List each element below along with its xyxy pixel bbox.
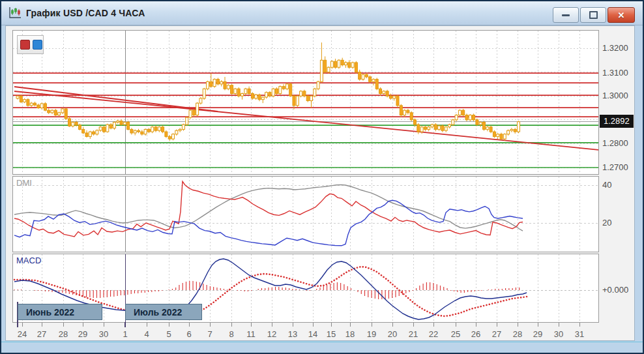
candle-body — [72, 122, 74, 126]
candle-body — [179, 129, 181, 130]
candle-body — [386, 91, 388, 96]
window-titlebar[interactable]: График USD /CAD 4 ЧАСА — [1, 1, 643, 25]
x-axis-tick — [22, 323, 23, 327]
candle-body — [165, 132, 168, 136]
x-axis-label-8: 8 — [229, 329, 233, 339]
candle-body — [400, 106, 402, 115]
candle-body — [23, 100, 26, 102]
candle-body — [44, 104, 46, 110]
candle-body — [244, 89, 247, 93]
candle-body — [476, 120, 478, 125]
maximize-icon — [589, 11, 598, 19]
x-axis-tick — [293, 323, 293, 327]
x-axis-tick — [433, 323, 434, 327]
candle-body — [465, 115, 468, 119]
candle-body — [483, 122, 486, 129]
candle-body — [93, 132, 95, 134]
minimize-button[interactable] — [553, 7, 579, 23]
x-axis-label-7: 7 — [207, 329, 212, 339]
x-axis-label-27: 27 — [37, 329, 46, 339]
red-marker-tool-button[interactable] — [20, 40, 30, 50]
candle-body — [123, 122, 126, 125]
candle-body — [65, 109, 67, 119]
candle-body — [424, 127, 426, 130]
x-axis-label-22: 22 — [429, 329, 438, 339]
x-axis-tick — [83, 323, 83, 327]
x-axis-tick — [579, 323, 580, 327]
x-axis-label-4: 4 — [144, 329, 149, 339]
candle-body — [265, 93, 268, 97]
candle-body — [276, 89, 278, 93]
candle-body — [445, 127, 447, 130]
x-axis-tick — [518, 323, 518, 327]
candle-body — [89, 132, 91, 136]
close-icon: ✕ — [618, 11, 625, 20]
candle-body — [248, 89, 250, 93]
candle-body — [317, 81, 319, 89]
candle-body — [16, 96, 19, 98]
candle-body — [151, 127, 154, 132]
x-axis-tick — [63, 323, 64, 327]
candle-body — [258, 95, 261, 99]
candle-body — [403, 110, 406, 115]
candle-body — [30, 103, 33, 106]
price-axis-label-1.3100: 1.3100 — [602, 68, 628, 78]
candle-body — [314, 89, 316, 96]
price-chart-panel[interactable] — [12, 30, 599, 175]
blue-marker-tool-button[interactable] — [33, 40, 42, 50]
x-axis-label-29: 29 — [78, 329, 87, 339]
maximize-button[interactable] — [580, 7, 606, 23]
x-axis-tick — [350, 323, 351, 327]
x-axis-label-18: 18 — [345, 329, 355, 339]
month-separator-stub — [17, 322, 18, 327]
candle-body — [355, 63, 357, 72]
candle-body — [490, 127, 492, 132]
candle-body — [96, 130, 98, 134]
candle-body — [54, 110, 57, 115]
candle-body — [518, 122, 520, 132]
candle-body — [269, 93, 271, 96]
candle-body — [37, 105, 40, 108]
x-axis-tick — [476, 323, 476, 327]
x-axis-tick — [313, 323, 314, 327]
candle-body — [255, 95, 257, 98]
x-axis-tick — [210, 323, 211, 327]
dmi-indicator-panel[interactable] — [12, 176, 599, 252]
candle-body — [486, 127, 489, 130]
candle-body — [227, 85, 229, 89]
candle-body — [189, 110, 192, 117]
candle-body — [365, 74, 368, 77]
candle-body — [359, 72, 361, 80]
candle-body — [469, 115, 471, 119]
candle-body — [78, 125, 81, 130]
window-frame-bottom — [1, 350, 643, 353]
x-axis-tick — [559, 323, 559, 327]
candle-body — [338, 60, 340, 67]
candle-body — [154, 127, 157, 130]
candle-body — [379, 89, 382, 93]
candle-body — [362, 74, 364, 79]
candle-body — [231, 85, 233, 94]
x-axis-label-11: 11 — [246, 329, 256, 339]
x-axis-label-19: 19 — [367, 329, 376, 339]
candle-body — [458, 110, 461, 115]
x-axis-tick — [456, 323, 456, 327]
candle-body — [138, 130, 140, 132]
macd-panel-label: MACD — [16, 256, 41, 265]
x-axis-label-6: 6 — [186, 329, 191, 339]
candle-body — [237, 89, 240, 96]
candle-body — [389, 96, 392, 98]
candle-body — [162, 127, 164, 132]
candle-body — [199, 98, 202, 103]
x-axis-tick — [372, 323, 372, 327]
candle-body — [293, 96, 295, 106]
x-axis-label-14: 14 — [308, 329, 317, 339]
minimize-icon — [562, 14, 570, 16]
candle-body — [110, 125, 112, 128]
x-axis-tick — [231, 323, 232, 327]
candle-body — [497, 134, 499, 137]
close-button[interactable]: ✕ — [607, 7, 635, 23]
candle-body — [34, 103, 37, 105]
candle-body — [182, 125, 184, 129]
candle-body — [251, 94, 254, 98]
